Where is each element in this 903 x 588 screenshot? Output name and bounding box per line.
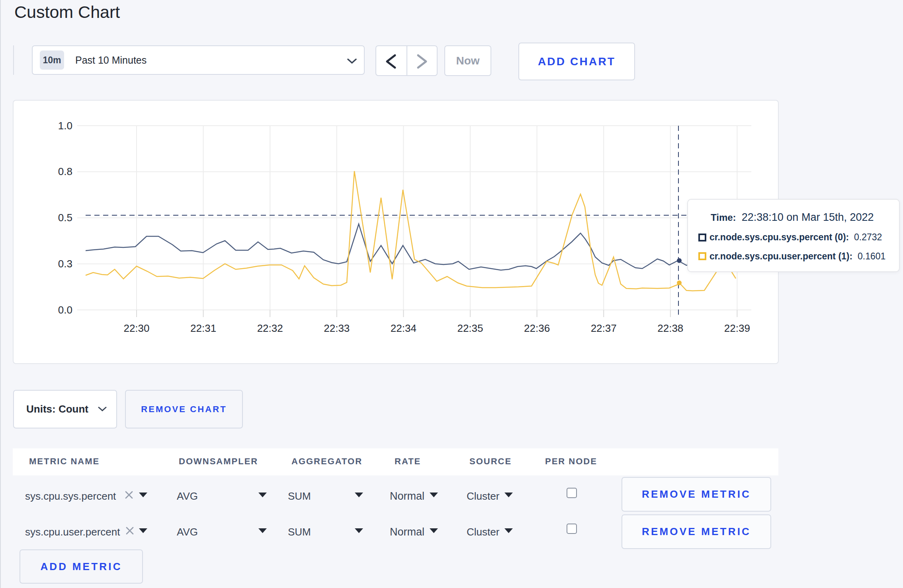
svg-text:0.8: 0.8 — [58, 165, 72, 177]
svg-text:22:33: 22:33 — [324, 322, 350, 334]
svg-text:22:35: 22:35 — [457, 322, 483, 334]
svg-text:22:30: 22:30 — [123, 322, 149, 334]
svg-text:22:34: 22:34 — [391, 322, 416, 334]
svg-text:0.5: 0.5 — [58, 212, 72, 224]
svg-text:22:31: 22:31 — [190, 322, 216, 334]
svg-text:22:32: 22:32 — [257, 322, 283, 334]
svg-text:1.0: 1.0 — [58, 120, 72, 132]
svg-text:22:37: 22:37 — [591, 322, 617, 334]
svg-text:22:39: 22:39 — [724, 322, 750, 334]
svg-text:22:36: 22:36 — [524, 322, 550, 334]
svg-text:22:38: 22:38 — [657, 322, 683, 334]
svg-text:0.0: 0.0 — [58, 304, 72, 316]
svg-text:0.3: 0.3 — [58, 258, 72, 270]
